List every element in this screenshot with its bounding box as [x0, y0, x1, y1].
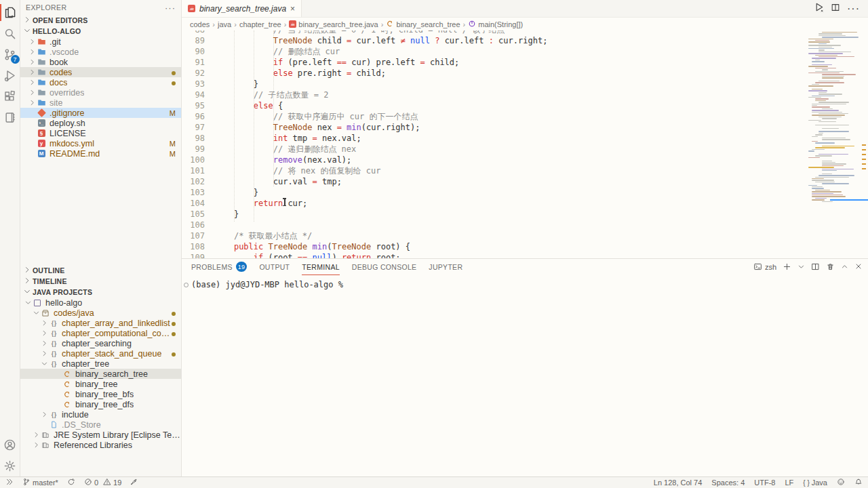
more-actions-icon[interactable]: ··· — [165, 3, 176, 13]
tree-item-binary_tree_dfs[interactable]: binary_tree_dfs — [20, 399, 181, 409]
activity-bar-account[interactable] — [0, 434, 20, 455]
section-open-editors[interactable]: OPEN EDITORS — [20, 15, 181, 26]
tree-item-binary_tree_bfs[interactable]: binary_tree_bfs — [20, 389, 181, 399]
tree-item-.git[interactable]: .git — [20, 37, 181, 47]
tree-item-.DS_Store[interactable]: .DS_Store — [20, 420, 181, 430]
section-outline[interactable]: OUTLINE — [20, 265, 181, 276]
kill-terminal-icon[interactable] — [826, 262, 835, 272]
breadcrumb-item-2[interactable]: java — [218, 20, 231, 28]
class-icon — [62, 370, 72, 378]
tree-item-JRE-System-Library-Eclipse-Temurin-17-17...[interactable]: JRE System Library [Eclipse Temurin 17 [… — [20, 430, 181, 440]
chevron-right-icon — [28, 99, 36, 106]
activity-bar-settings[interactable] — [0, 455, 20, 476]
tree-item-chapter_stack_and_queue[interactable]: { }chapter_stack_and_queue — [20, 348, 181, 359]
git-branch-status[interactable]: master* — [22, 478, 58, 487]
panel-tab-output[interactable]: OUTPUT — [259, 259, 290, 275]
activity-bar-search[interactable] — [0, 23, 20, 44]
tree-item-include[interactable]: { }include — [20, 409, 181, 420]
activity-bar-run-debug[interactable] — [0, 65, 20, 86]
breadcrumb-item-5[interactable]: binary_search_tree — [386, 20, 460, 29]
close-panel-icon[interactable] — [854, 262, 863, 272]
modified-dot-badge — [172, 68, 181, 77]
tree-item-codes[interactable]: codes — [20, 67, 181, 77]
breadcrumb-item-1[interactable]: codes — [190, 20, 210, 28]
tree-item-.gitignore[interactable]: .gitignoreM — [20, 108, 181, 118]
line-number: 97 — [182, 123, 205, 132]
tree-item-Referenced-Libraries[interactable]: Referenced Libraries — [20, 440, 181, 450]
tab-binary-search-tree[interactable]: ☕ binary_search_tree.java × — [182, 0, 302, 17]
code-lines: 88 // 当子结点数量 = 0 / 1 时, child = null / 该… — [182, 30, 868, 258]
tree-item-label: chapter_array_and_linkedlist — [62, 319, 170, 328]
code-line-92: 92 else pre.right = child; — [182, 68, 868, 79]
markdown-icon: M — [37, 150, 46, 158]
settings-gear-icon — [3, 460, 16, 472]
code-text: remove(nex.val); — [214, 155, 351, 165]
terminal-icon — [753, 262, 762, 271]
tree-item-chapter_array_and_linkedlist[interactable]: { }chapter_array_and_linkedlist — [20, 318, 181, 328]
chevron-right-icon — [41, 329, 48, 337]
eol-status[interactable]: LF — [785, 479, 793, 487]
panel-tab-problems[interactable]: PROBLEMS19 — [191, 259, 247, 275]
code-line-106: 106 — [182, 220, 868, 230]
namespace-icon: { } — [49, 411, 58, 419]
section-root-folder[interactable]: HELLO-ALGO — [20, 26, 181, 37]
tree-item-deploy.sh[interactable]: ›_deploy.sh — [20, 118, 181, 128]
run-button[interactable] — [814, 2, 824, 15]
minimap[interactable] — [807, 30, 860, 208]
terminal[interactable]: (base) jyd@JYD-MBP hello-algo % — [182, 275, 868, 476]
tree-item-chapter_computational_complexity[interactable]: { }chapter_computational_complexity — [20, 328, 181, 338]
activity-bar-notebook[interactable] — [0, 107, 20, 128]
chevron-down-icon[interactable] — [797, 263, 805, 272]
tree-item-README.md[interactable]: MREADME.mdM — [20, 148, 181, 159]
panel-tab-terminal[interactable]: TERMINAL — [302, 259, 340, 275]
split-editor-icon[interactable] — [831, 3, 840, 15]
tree-item-mkdocs.yml[interactable]: ymkdocs.ymlM — [20, 138, 181, 148]
tree-item-binary_search_tree[interactable]: binary_search_tree — [20, 369, 181, 379]
split-terminal-icon[interactable] — [811, 262, 820, 272]
line-number: 94 — [182, 90, 205, 100]
maximize-panel-icon[interactable] — [841, 263, 848, 272]
breadcrumb-item-3[interactable]: chapter_tree — [239, 20, 281, 28]
modified-m-badge: M — [170, 140, 181, 148]
new-terminal-icon[interactable] — [783, 262, 791, 272]
tree-item-site[interactable]: site — [20, 98, 181, 108]
more-actions-icon[interactable]: ··· — [847, 3, 860, 15]
feedback-status[interactable] — [837, 478, 845, 487]
tree-item-docs[interactable]: docs — [20, 77, 181, 87]
activity-bar-extensions[interactable] — [0, 86, 20, 107]
terminal-icon — [753, 262, 762, 272]
close-icon[interactable]: × — [290, 4, 295, 14]
tree-item-binary_tree[interactable]: binary_tree — [20, 379, 181, 389]
panel-tab-debug-console[interactable]: DEBUG CONSOLE — [352, 259, 417, 275]
tree-item-hello-algo[interactable]: hello-algo — [20, 298, 181, 308]
problems-status[interactable]: 0 19 — [84, 478, 121, 487]
breadcrumb-item-6[interactable]: main(String[]) — [468, 20, 523, 29]
tree-item-overrides[interactable]: overrides — [20, 87, 181, 98]
remote-indicator[interactable] — [5, 478, 14, 487]
indentation-status[interactable]: Spaces: 4 — [711, 479, 745, 487]
section-java-projects[interactable]: JAVA PROJECTS — [20, 287, 181, 298]
language-mode[interactable]: { }Java — [803, 479, 827, 487]
tree-item-LICENSE[interactable]: §LICENSE — [20, 128, 181, 138]
code-editor[interactable]: 88 // 当子结点数量 = 0 / 1 时, child = null / 该… — [182, 30, 868, 258]
activity-bar-source-control[interactable]: 7 — [0, 44, 20, 65]
section-timeline[interactable]: TIMELINE — [20, 276, 181, 287]
sync-status[interactable] — [67, 478, 75, 487]
notifications-status[interactable] — [854, 478, 863, 487]
chevron-right-icon — [41, 319, 48, 327]
tree-item-codes-java[interactable]: codes/java — [20, 308, 181, 318]
tree-item-chapter_tree[interactable]: { }chapter_tree — [20, 359, 181, 369]
encoding-status[interactable]: UTF-8 — [754, 479, 775, 487]
activity-bar-explorer[interactable] — [0, 2, 20, 23]
tree-item-book[interactable]: book — [20, 57, 181, 67]
overview-ruler — [860, 30, 868, 258]
cursor-position[interactable]: Ln 128, Col 74 — [654, 479, 703, 487]
tree-item-.vscode[interactable]: .vscode — [20, 47, 181, 57]
launch-status[interactable] — [130, 478, 138, 487]
chevron-right-icon — [28, 38, 36, 45]
breadcrumb-item-4[interactable]: ☕binary_search_tree.java — [289, 20, 378, 28]
panel-tab-jupyter[interactable]: JUPYTER — [429, 259, 462, 275]
tree-item-label: include — [62, 410, 89, 420]
tree-item-chapter_searching[interactable]: { }chapter_searching — [20, 338, 181, 348]
tree-item-label: JRE System Library [Eclipse Temurin 17 [… — [54, 430, 181, 440]
